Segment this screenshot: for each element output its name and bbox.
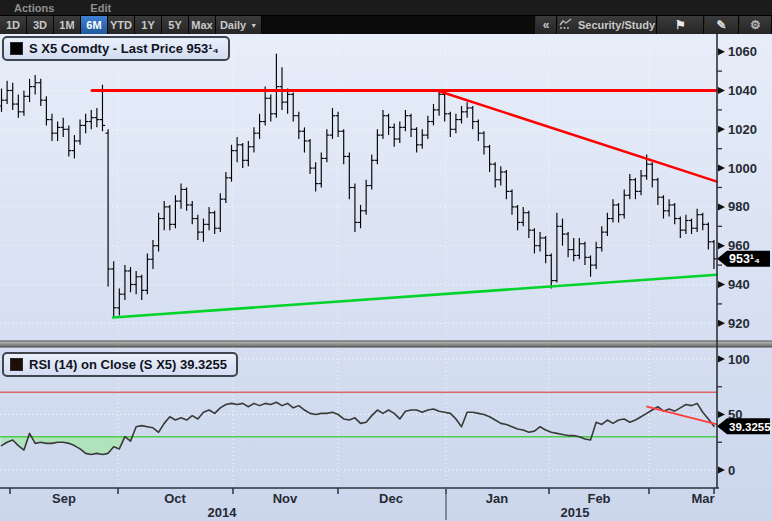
chart-canvas[interactable]: 1060104010201000980960940920100500SepOct… xyxy=(0,34,772,521)
month-label-nov: Nov xyxy=(273,491,298,506)
range-tab-1d[interactable]: 1D xyxy=(0,16,27,34)
rsi-value-tag-text: 39.3255 xyxy=(729,421,771,433)
settings-button[interactable]: ⚙ xyxy=(739,16,772,34)
rsi-series-marker xyxy=(10,358,23,371)
price-series-legend[interactable]: S X5 Comdty - Last Price 953¹₄ xyxy=(2,36,230,61)
last-price-tag-text: 953¹₄ xyxy=(729,252,760,266)
rsi-study-legend[interactable]: RSI (14) on Close (S X5) 39.3255 xyxy=(2,352,238,377)
month-label-feb: Feb xyxy=(587,491,610,506)
period-dropdown-label: Daily xyxy=(220,19,246,31)
range-tab-1m[interactable]: 1M xyxy=(54,16,81,34)
chart-area: 1060104010201000980960940920100500SepOct… xyxy=(0,34,772,521)
price-tick-label: 1020 xyxy=(728,122,757,137)
price-tick-label: 980 xyxy=(728,199,750,214)
security-study-button[interactable]: Security/Study xyxy=(557,16,657,34)
price-tick-label: 1040 xyxy=(728,83,757,98)
month-label-oct: Oct xyxy=(164,491,186,506)
pencil-icon: ✎ xyxy=(716,18,726,32)
range-tab-max[interactable]: Max xyxy=(189,16,216,34)
range-tab-ytd[interactable]: YTD xyxy=(108,16,135,34)
period-dropdown[interactable]: Daily ▼ xyxy=(216,16,262,34)
chart-application-window: Actions Edit 1D 3D 1M 6M YTD 1Y 5Y Max D… xyxy=(0,0,772,521)
range-tab-5y[interactable]: 5Y xyxy=(162,16,189,34)
month-label-sep: Sep xyxy=(52,491,76,506)
menu-edit[interactable]: Edit xyxy=(90,2,111,14)
menu-actions[interactable]: Actions xyxy=(14,2,54,14)
range-tab-3d[interactable]: 3D xyxy=(27,16,54,34)
annotate-button[interactable]: ✎ xyxy=(704,16,739,34)
price-tick-label: 1060 xyxy=(728,44,757,59)
flag-button[interactable]: ⚑ xyxy=(657,16,704,34)
range-toolbar: 1D 3D 1M 6M YTD 1Y 5Y Max Daily ▼ « Secu… xyxy=(0,16,772,34)
collapse-panel-button[interactable]: « xyxy=(535,16,557,34)
price-tick-label: 940 xyxy=(728,277,750,292)
panel-separator xyxy=(0,341,772,347)
month-label-dec: Dec xyxy=(379,491,403,506)
gear-icon: ⚙ xyxy=(750,18,761,32)
line-chart-icon xyxy=(559,18,573,32)
chevron-down-icon: ▼ xyxy=(250,22,257,29)
rsi-tick-label: 0 xyxy=(728,463,735,478)
toolbar-right-cluster: « Security/Study ⚑ ✎ ⚙ xyxy=(535,16,772,34)
security-study-label: Security/Study xyxy=(578,19,655,31)
range-tab-6m[interactable]: 6M xyxy=(81,16,108,34)
month-label-mar: Mar xyxy=(691,491,714,506)
price-legend-label: S X5 Comdty - Last Price 953¹₄ xyxy=(29,41,219,56)
year-label-2014: 2014 xyxy=(208,505,238,520)
flag-icon: ⚑ xyxy=(675,18,686,32)
year-label-2015: 2015 xyxy=(561,505,590,520)
rsi-tick-label: 100 xyxy=(728,352,750,367)
month-label-jan: Jan xyxy=(486,491,508,506)
price-series-marker xyxy=(10,42,23,55)
menu-bar: Actions Edit xyxy=(0,0,772,16)
price-tick-label: 920 xyxy=(728,316,750,331)
rsi-legend-label: RSI (14) on Close (S X5) 39.3255 xyxy=(29,357,227,372)
range-tab-1y[interactable]: 1Y xyxy=(135,16,162,34)
price-tick-label: 1000 xyxy=(728,161,757,176)
